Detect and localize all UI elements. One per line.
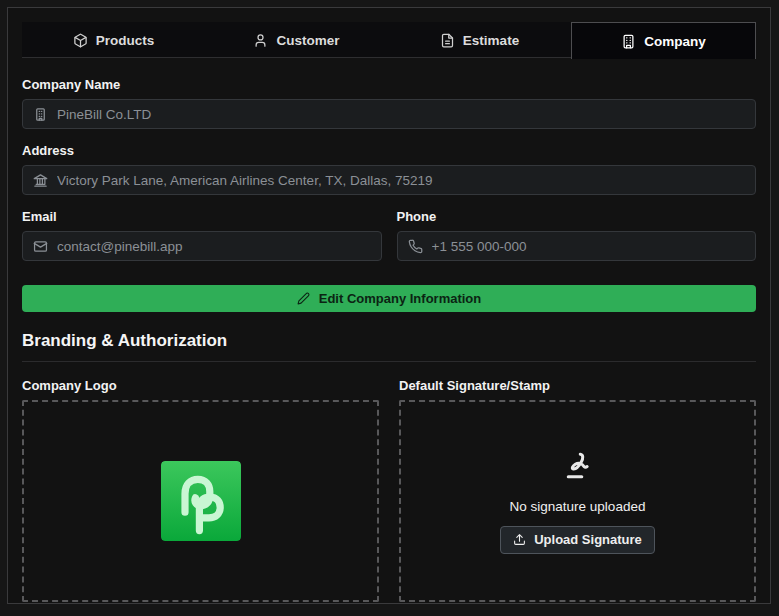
- email-label: Email: [22, 209, 382, 224]
- tab-company[interactable]: Company: [571, 22, 756, 59]
- pencil-icon: [297, 292, 310, 305]
- company-name-label: Company Name: [22, 77, 756, 92]
- user-icon: [253, 33, 268, 48]
- signature-icon: [560, 449, 596, 489]
- no-signature-text: No signature uploaded: [510, 499, 646, 514]
- company-logo-label: Company Logo: [22, 378, 379, 393]
- phone-input[interactable]: [432, 239, 746, 254]
- signature-label: Default Signature/Stamp: [399, 378, 756, 393]
- tab-estimate[interactable]: Estimate: [388, 22, 571, 58]
- phone-inputbox: [397, 231, 757, 261]
- edit-button-label: Edit Company Information: [319, 291, 482, 306]
- address-field-group: Address: [22, 143, 756, 195]
- email-input[interactable]: [57, 239, 371, 254]
- tab-bar: Products Customer Estimate Company: [22, 22, 756, 58]
- phone-field-group: Phone: [397, 209, 757, 261]
- company-name-field-group: Company Name: [22, 77, 756, 129]
- signature-group: Default Signature/Stamp No signature upl…: [399, 378, 756, 602]
- building-icon: [621, 34, 636, 49]
- mail-icon: [33, 239, 48, 254]
- tab-label: Estimate: [463, 33, 519, 48]
- tab-customer[interactable]: Customer: [205, 22, 388, 58]
- signature-dropzone[interactable]: No signature uploaded Upload Signature: [399, 400, 756, 602]
- package-icon: [73, 33, 88, 48]
- company-logo-group: Company Logo: [22, 378, 379, 602]
- file-text-icon: [440, 33, 455, 48]
- company-name-inputbox: [22, 99, 756, 129]
- branding-section-title: Branding & Authorization: [22, 331, 756, 351]
- company-settings-panel: Products Customer Estimate Company Compa…: [7, 7, 771, 604]
- company-logo-dropzone[interactable]: [22, 400, 379, 602]
- section-divider: [22, 361, 756, 362]
- phone-icon: [408, 239, 423, 254]
- upload-icon: [513, 533, 526, 546]
- pinebill-logo: [161, 461, 241, 541]
- email-field-group: Email: [22, 209, 382, 261]
- tab-label: Customer: [276, 33, 339, 48]
- landmark-icon: [33, 173, 48, 188]
- address-input[interactable]: [57, 173, 745, 188]
- address-inputbox: [22, 165, 756, 195]
- company-name-input[interactable]: [57, 107, 745, 122]
- upload-button-label: Upload Signature: [534, 532, 642, 547]
- upload-signature-button[interactable]: Upload Signature: [500, 526, 655, 554]
- tab-label: Products: [96, 33, 155, 48]
- phone-label: Phone: [397, 209, 757, 224]
- building-small-icon: [33, 107, 48, 122]
- email-inputbox: [22, 231, 382, 261]
- edit-company-information-button[interactable]: Edit Company Information: [22, 285, 756, 312]
- address-label: Address: [22, 143, 756, 158]
- tab-label: Company: [644, 34, 706, 49]
- tab-products[interactable]: Products: [22, 22, 205, 58]
